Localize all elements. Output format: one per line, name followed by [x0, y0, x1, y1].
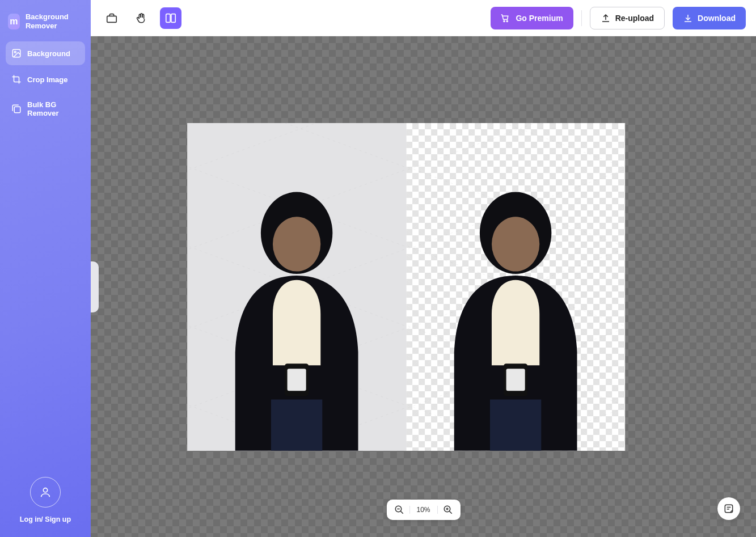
sidebar-item-crop[interactable]: Crop Image: [6, 67, 85, 91]
sidebar-footer: Log in/ Sign up: [0, 466, 91, 537]
compare-icon: [164, 12, 177, 24]
svg-rect-36: [506, 369, 525, 391]
sidebar-item-label: Bulk BG Remover: [27, 100, 79, 117]
svg-point-3: [43, 488, 47, 492]
reupload-button[interactable]: Re-upload: [590, 7, 665, 29]
svg-rect-5: [166, 14, 170, 22]
tool-hand[interactable]: [130, 7, 152, 29]
svg-line-38: [400, 511, 403, 514]
svg-rect-6: [171, 14, 175, 22]
svg-point-1: [14, 51, 16, 53]
download-icon: [683, 13, 693, 23]
image-icon: [11, 48, 22, 58]
zoom-in-icon: [443, 505, 453, 515]
person-silhouette-icon: [211, 177, 382, 451]
briefcase-icon: [105, 12, 118, 24]
svg-line-41: [449, 511, 452, 514]
login-signup-link[interactable]: Log in/ Sign up: [6, 515, 85, 523]
person-silhouette-icon: [430, 177, 601, 451]
divider: [581, 10, 582, 26]
zoom-value: 10%: [413, 506, 433, 514]
tool-compare[interactable]: [160, 7, 181, 29]
topbar: Go Premium Re-upload Download: [91, 0, 756, 36]
tool-group: [101, 7, 181, 29]
zoom-out-button[interactable]: [392, 503, 406, 517]
user-icon: [39, 486, 52, 498]
divider: [409, 506, 409, 514]
sidebar: m Background Remover Background Crop Ima…: [0, 0, 91, 537]
brand-logo-icon: m: [8, 14, 20, 29]
button-label: Download: [698, 14, 736, 23]
zoom-control: 10%: [386, 500, 460, 520]
svg-rect-4: [107, 16, 117, 22]
note-icon: [723, 503, 734, 514]
brand-title: Background Remover: [26, 12, 83, 30]
download-button[interactable]: Download: [673, 7, 746, 29]
main-area: Go Premium Re-upload Download: [91, 0, 756, 537]
svg-rect-2: [14, 107, 20, 113]
tool-export-icon[interactable]: [101, 7, 123, 29]
hand-icon: [135, 12, 147, 24]
sidebar-item-label: Crop Image: [27, 75, 68, 84]
svg-point-7: [504, 20, 505, 22]
svg-point-34: [491, 217, 539, 271]
button-label: Go Premium: [516, 14, 563, 23]
topbar-right: Go Premium Re-upload Download: [491, 7, 746, 29]
go-premium-button[interactable]: Go Premium: [491, 7, 573, 29]
cart-icon: [501, 13, 511, 23]
svg-point-8: [507, 20, 508, 22]
sidebar-item-background[interactable]: Background: [6, 41, 85, 65]
panel-expand-handle[interactable]: [91, 261, 99, 312]
stack-icon: [11, 104, 22, 114]
divider: [437, 506, 438, 514]
image-compare-pair: [187, 123, 625, 451]
zoom-in-button[interactable]: [441, 503, 455, 517]
svg-point-20: [272, 217, 320, 271]
canvas[interactable]: 10%: [91, 36, 756, 537]
button-label: Re-upload: [615, 14, 654, 23]
feedback-button[interactable]: [717, 497, 740, 520]
result-image-panel: [406, 123, 625, 451]
crop-icon: [11, 74, 22, 84]
zoom-out-icon: [394, 505, 404, 515]
original-image-panel: [187, 123, 406, 451]
sidebar-nav: Background Crop Image Bulk BG Remover: [0, 41, 91, 124]
sidebar-item-label: Background: [27, 49, 70, 58]
user-avatar-placeholder[interactable]: [30, 477, 61, 508]
brand: m Background Remover: [0, 0, 91, 41]
upload-icon: [601, 13, 611, 23]
sidebar-item-bulk[interactable]: Bulk BG Remover: [6, 94, 85, 124]
svg-rect-22: [287, 369, 306, 391]
